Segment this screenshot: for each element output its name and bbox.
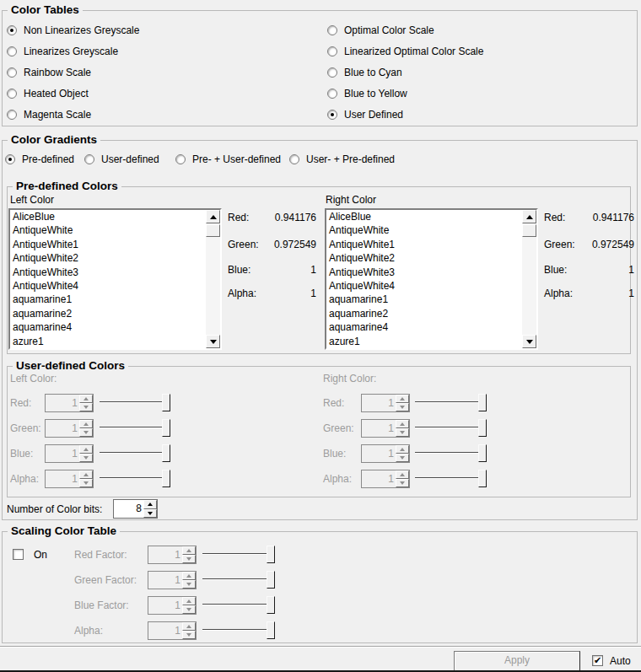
spin-up-button[interactable] [182, 546, 196, 555]
scroll-thumb[interactable] [206, 224, 220, 237]
radio-linearizes-greyscale[interactable]: Linearizes Greyscale [7, 46, 118, 57]
scaling-green-factor-spinner[interactable]: 1 [148, 571, 197, 589]
color-bits-spinner[interactable]: 8 [113, 499, 158, 519]
spin-up-button[interactable] [396, 445, 409, 454]
list-item[interactable]: AliceBlue [10, 210, 206, 223]
scroll-thumb[interactable] [522, 224, 536, 237]
vertical-scrollbar[interactable] [206, 210, 220, 348]
scroll-down-button[interactable] [522, 335, 536, 348]
ud-right-red-slider[interactable] [415, 394, 487, 411]
spin-down-button[interactable] [396, 454, 409, 462]
radio-linearized-optimal-color-scale[interactable]: Linearized Optimal Color Scale [327, 46, 483, 57]
ud-left-red-spinner[interactable]: 1 [45, 394, 94, 412]
list-item[interactable]: AntiqueWhite2 [326, 251, 522, 265]
ud-left-blue-slider[interactable] [100, 444, 170, 462]
radio-heated-object[interactable]: Heated Object [7, 88, 89, 99]
slider-thumb[interactable] [478, 444, 487, 462]
spin-down-button[interactable] [79, 403, 93, 411]
radio-magenta-scale[interactable]: Magenta Scale [7, 109, 91, 121]
radio-blue-to-cyan[interactable]: Blue to Cyan [327, 67, 402, 78]
spin-up-button[interactable] [79, 395, 93, 403]
radio-mode-pre-defined[interactable]: Pre-defined [5, 153, 74, 165]
spin-down-button[interactable] [396, 403, 409, 411]
ud-left-green-spinner[interactable]: 1 [45, 419, 94, 438]
list-item[interactable]: aquamarine1 [326, 293, 522, 306]
radio-mode-user-defined[interactable]: User-defined [84, 153, 159, 165]
list-item[interactable]: aquamarine2 [10, 307, 206, 320]
ud-right-blue-spinner[interactable]: 1 [361, 444, 410, 463]
scaling-blue-factor-spinner[interactable]: 1 [148, 596, 197, 615]
spin-up-button[interactable] [143, 500, 157, 509]
list-item[interactable]: aquamarine2 [326, 307, 522, 320]
ud-left-blue-spinner[interactable]: 1 [45, 444, 94, 463]
radio-non-linearizes-greyscale[interactable]: Non Linearizes Greyscale [7, 24, 139, 36]
list-item[interactable]: aquamarine4 [326, 320, 522, 334]
ud-left-green-slider[interactable] [100, 419, 170, 437]
slider-thumb[interactable] [162, 470, 170, 487]
spin-down-button[interactable] [182, 555, 196, 563]
scroll-up-button[interactable] [206, 210, 220, 223]
spin-up-button[interactable] [182, 622, 196, 631]
spin-up-button[interactable] [396, 420, 409, 428]
slider-thumb[interactable] [267, 621, 275, 639]
ud-right-alpha-slider[interactable] [415, 470, 487, 487]
radio-blue-to-yellow[interactable]: Blue to Yellow [327, 88, 407, 99]
ud-right-green-slider[interactable] [415, 419, 487, 437]
scaling-green-factor-slider[interactable] [202, 571, 275, 589]
slider-thumb[interactable] [162, 419, 170, 437]
right-color-listbox[interactable]: AliceBlue AntiqueWhite AntiqueWhite1 Ant… [325, 208, 538, 350]
list-item[interactable]: azure1 [10, 335, 206, 348]
auto-checkbox[interactable] [592, 655, 603, 666]
spin-up-button[interactable] [396, 395, 409, 403]
list-item[interactable]: AntiqueWhite2 [10, 251, 206, 265]
spin-up-button[interactable] [79, 445, 93, 454]
radio-optimal-color-scale[interactable]: Optimal Color Scale [327, 24, 434, 36]
slider-thumb[interactable] [162, 444, 170, 462]
slider-thumb[interactable] [478, 394, 487, 411]
radio-rainbow-scale[interactable]: Rainbow Scale [7, 67, 91, 78]
list-item[interactable]: AntiqueWhite3 [10, 266, 206, 279]
list-item[interactable]: aquamarine1 [10, 293, 206, 306]
vertical-scrollbar[interactable] [522, 210, 536, 348]
spin-down-button[interactable] [396, 428, 409, 437]
ud-right-blue-slider[interactable] [415, 444, 487, 462]
radio-mode-pre-plus-user[interactable]: Pre- + User-defined [175, 153, 281, 165]
spin-up-button[interactable] [182, 572, 196, 580]
apply-button[interactable]: Apply [454, 651, 580, 671]
scaling-alpha-slider[interactable] [202, 621, 275, 639]
scaling-on-checkbox[interactable] [13, 549, 24, 560]
spin-down-button[interactable] [79, 454, 93, 462]
scaling-red-factor-slider[interactable] [202, 546, 275, 563]
spin-down-button[interactable] [143, 509, 157, 519]
ud-left-alpha-spinner[interactable]: 1 [45, 470, 94, 488]
spin-up-button[interactable] [79, 420, 93, 428]
left-color-listbox[interactable]: AliceBlue AntiqueWhite AntiqueWhite1 Ant… [8, 208, 222, 350]
list-item[interactable]: AntiqueWhite1 [10, 238, 206, 251]
slider-thumb[interactable] [478, 470, 487, 487]
scroll-down-button[interactable] [206, 335, 220, 348]
spin-down-button[interactable] [182, 580, 196, 589]
spin-up-button[interactable] [182, 597, 196, 605]
ud-right-green-spinner[interactable]: 1 [361, 419, 410, 438]
ud-right-alpha-spinner[interactable]: 1 [361, 470, 410, 488]
spin-up-button[interactable] [79, 470, 93, 479]
spin-down-button[interactable] [182, 605, 196, 614]
list-item[interactable]: aquamarine4 [10, 320, 206, 334]
spin-down-button[interactable] [182, 631, 196, 639]
radio-mode-user-plus-pre[interactable]: User- + Pre-defined [289, 153, 395, 165]
slider-thumb[interactable] [267, 546, 275, 563]
ud-right-red-spinner[interactable]: 1 [361, 394, 410, 412]
scaling-blue-factor-slider[interactable] [202, 596, 275, 614]
list-item[interactable]: AntiqueWhite3 [326, 266, 522, 279]
radio-user-defined[interactable]: User Defined [327, 109, 403, 121]
scaling-alpha-spinner[interactable]: 1 [148, 621, 197, 640]
scaling-red-factor-spinner[interactable]: 1 [148, 546, 197, 564]
slider-thumb[interactable] [162, 394, 170, 411]
list-item[interactable]: azure1 [326, 335, 522, 348]
list-item[interactable]: AliceBlue [326, 210, 522, 223]
spin-down-button[interactable] [79, 479, 93, 487]
slider-thumb[interactable] [267, 571, 275, 589]
spin-down-button[interactable] [79, 428, 93, 437]
ud-left-red-slider[interactable] [100, 394, 170, 411]
scroll-up-button[interactable] [522, 210, 536, 223]
